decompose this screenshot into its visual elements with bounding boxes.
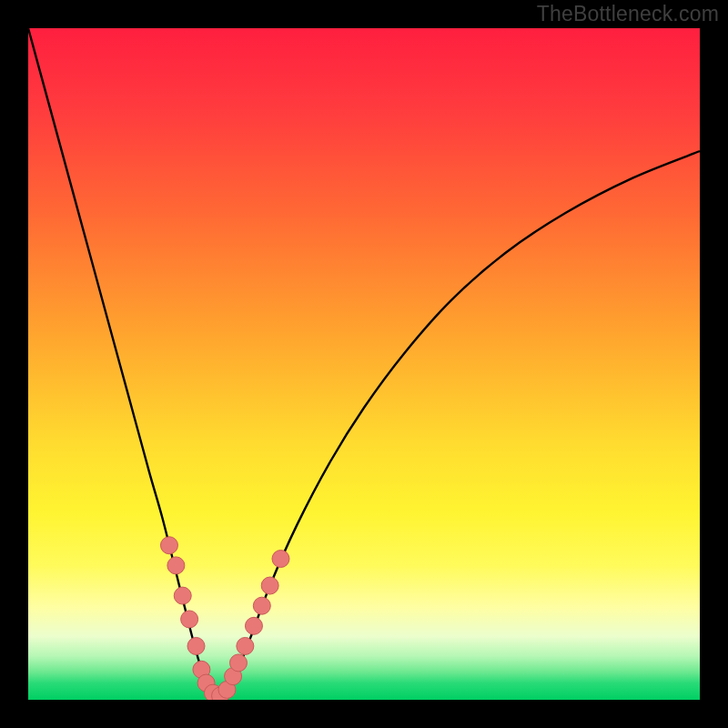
sample-dot [253,597,270,614]
sample-dot [187,637,205,654]
sample-dot [237,637,254,654]
sample-dot [174,587,191,604]
sample-dot [167,557,185,574]
sample-dot [181,611,198,628]
sample-dot [160,537,177,554]
sample-dot [245,617,262,634]
sample-dot [261,577,278,594]
plot-background [28,28,700,700]
bottleneck-chart [0,0,728,728]
chart-container: TheBottleneck.com [0,0,728,728]
sample-dot [229,654,247,672]
watermark-text: TheBottleneck.com [537,2,719,26]
sample-dot [272,551,289,568]
